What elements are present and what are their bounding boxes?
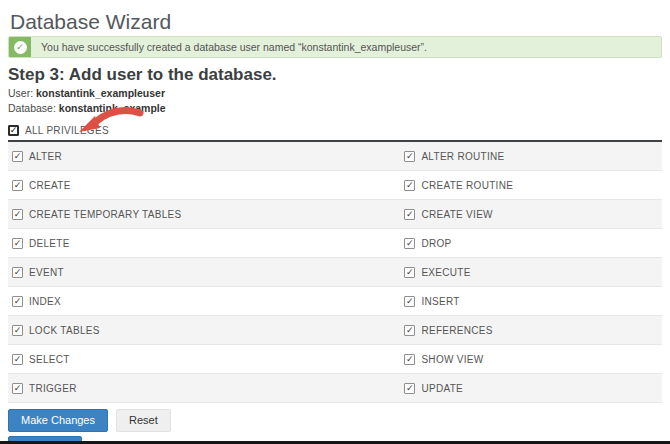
privilege-label[interactable]: UPDATE: [421, 383, 463, 394]
all-privileges-label[interactable]: ALL PRIVILEGES: [25, 125, 109, 136]
privilege-label[interactable]: DELETE: [29, 238, 70, 249]
database-value: konstantink_example: [59, 102, 166, 114]
all-privileges-row: ALL PRIVILEGES: [8, 124, 662, 136]
privilege-cell: EVENT: [8, 267, 400, 278]
privilege-cell: CREATE TEMPORARY TABLES: [8, 209, 400, 220]
step-heading: Step 3: Add user to the database.: [8, 65, 662, 85]
privilege-checkbox[interactable]: [404, 383, 415, 394]
privilege-label[interactable]: SHOW VIEW: [421, 354, 483, 365]
privilege-row: CREATE TEMPORARY TABLES CREATE VIEW: [8, 200, 662, 229]
privilege-label[interactable]: LOCK TABLES: [29, 325, 100, 336]
privilege-cell: ALTER: [8, 151, 400, 162]
privilege-checkbox[interactable]: [404, 180, 415, 191]
privilege-label[interactable]: SELECT: [29, 354, 70, 365]
privilege-checkbox[interactable]: [12, 267, 23, 278]
privilege-checkbox[interactable]: [12, 296, 23, 307]
privilege-checkbox[interactable]: [404, 238, 415, 249]
privilege-label[interactable]: INDEX: [29, 296, 61, 307]
privilege-cell: CREATE: [8, 180, 400, 191]
privilege-label[interactable]: CREATE ROUTINE: [421, 180, 513, 191]
privilege-checkbox[interactable]: [404, 354, 415, 365]
privilege-cell: ALTER ROUTINE: [400, 151, 662, 162]
privilege-checkbox[interactable]: [404, 267, 415, 278]
privilege-checkbox[interactable]: [12, 151, 23, 162]
privilege-cell: CREATE ROUTINE: [400, 180, 662, 191]
privilege-cell: EXECUTE: [400, 267, 662, 278]
check-icon: [14, 41, 27, 54]
privilege-cell: INSERT: [400, 296, 662, 307]
privilege-label[interactable]: CREATE: [29, 180, 71, 191]
privilege-row: DELETE DROP: [8, 229, 662, 258]
database-label: Database:: [8, 102, 56, 114]
privilege-checkbox[interactable]: [404, 296, 415, 307]
privilege-row: INDEX INSERT: [8, 287, 662, 316]
privilege-label[interactable]: REFERENCES: [421, 325, 492, 336]
user-line: User: konstantink_exampleuser: [8, 88, 662, 100]
privilege-label[interactable]: CREATE VIEW: [421, 209, 492, 220]
privilege-label[interactable]: EVENT: [29, 267, 64, 278]
database-line: Database: konstantink_example: [8, 103, 662, 115]
privilege-cell: SHOW VIEW: [400, 354, 662, 365]
privilege-cell: SELECT: [8, 354, 400, 365]
privilege-cell: CREATE VIEW: [400, 209, 662, 220]
check-circle-icon: [9, 37, 31, 57]
form-actions: Make Changes Reset: [8, 409, 662, 432]
privilege-cell: UPDATE: [400, 383, 662, 394]
privilege-checkbox[interactable]: [12, 383, 23, 394]
privilege-cell: DELETE: [8, 238, 400, 249]
privilege-label[interactable]: ALTER ROUTINE: [421, 151, 504, 162]
privilege-label[interactable]: TRIGGER: [29, 383, 77, 394]
page-title: Database Wizard: [10, 8, 662, 36]
privilege-row: ALTER ALTER ROUTINE: [8, 142, 662, 171]
privilege-cell: DROP: [400, 238, 662, 249]
privilege-row: EVENT EXECUTE: [8, 258, 662, 287]
privilege-label[interactable]: CREATE TEMPORARY TABLES: [29, 209, 182, 220]
privilege-row: LOCK TABLES REFERENCES: [8, 316, 662, 345]
privilege-cell: LOCK TABLES: [8, 325, 400, 336]
all-privileges-checkbox[interactable]: [8, 125, 19, 136]
privilege-checkbox[interactable]: [404, 325, 415, 336]
make-changes-button[interactable]: Make Changes: [8, 409, 108, 432]
privilege-cell: TRIGGER: [8, 383, 400, 394]
privilege-checkbox[interactable]: [12, 238, 23, 249]
success-alert: You have successfully created a database…: [8, 36, 662, 58]
privilege-label[interactable]: ALTER: [29, 151, 62, 162]
privilege-checkbox[interactable]: [12, 354, 23, 365]
privilege-checkbox[interactable]: [12, 325, 23, 336]
user-value: konstantink_exampleuser: [36, 87, 165, 99]
privilege-row: TRIGGER UPDATE: [8, 374, 662, 403]
privilege-checkbox[interactable]: [12, 180, 23, 191]
alert-message: You have successfully created a database…: [31, 37, 427, 57]
privilege-label[interactable]: INSERT: [421, 296, 459, 307]
privilege-checkbox[interactable]: [12, 209, 23, 220]
privilege-row: CREATE CREATE ROUTINE: [8, 171, 662, 200]
privilege-cell: INDEX: [8, 296, 400, 307]
privileges-table: ALTER ALTER ROUTINE CREATE CREATE ROUTIN…: [8, 142, 662, 403]
user-label: User:: [8, 87, 33, 99]
privilege-row: SELECT SHOW VIEW: [8, 345, 662, 374]
privilege-label[interactable]: EXECUTE: [421, 267, 470, 278]
privilege-cell: REFERENCES: [400, 325, 662, 336]
reset-button[interactable]: Reset: [116, 409, 171, 432]
privilege-label[interactable]: DROP: [421, 238, 451, 249]
privilege-checkbox[interactable]: [404, 151, 415, 162]
privilege-checkbox[interactable]: [404, 209, 415, 220]
